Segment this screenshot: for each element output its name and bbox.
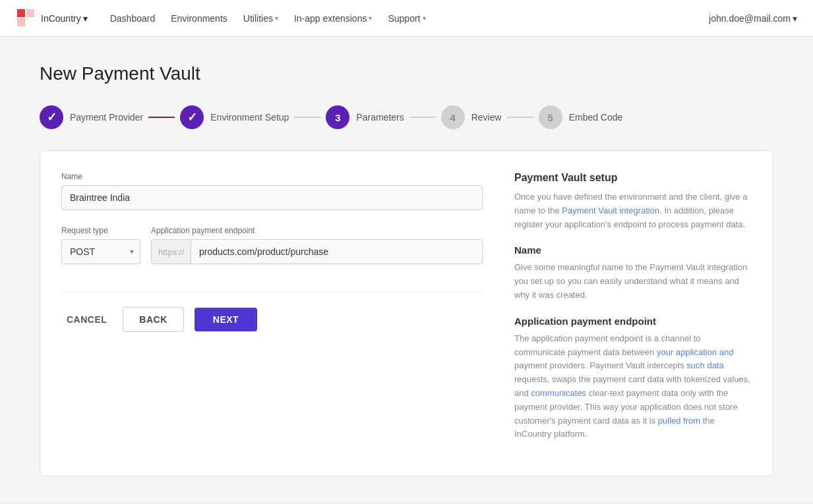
nav-link-environments[interactable]: Environments	[164, 8, 234, 29]
step-5-label: Embed Code	[569, 112, 623, 123]
button-row: CANCEL BACK NEXT	[61, 291, 483, 332]
stepper: Payment Provider Environment Setup 3 Par…	[40, 105, 773, 129]
step-environment-setup[interactable]: Environment Setup	[180, 105, 289, 129]
help-link-5: pulled from	[658, 416, 700, 426]
nav-brand-chevron: ▾	[83, 13, 88, 24]
endpoint-label: Application payment endpoint	[151, 226, 483, 235]
svg-rect-0	[17, 9, 25, 17]
request-type-group: Request type GET POST PUT PATCH DELETE	[61, 226, 140, 264]
nav-link-support[interactable]: Support ▾	[381, 8, 432, 29]
endpoint-prefix: https://	[152, 240, 191, 264]
back-button[interactable]: BACK	[123, 307, 183, 332]
step-embed-code[interactable]: 5 Embed Code	[539, 105, 623, 129]
help-link-1: Payment Vault integration	[562, 206, 659, 215]
form-fields: Name Request type GET POST PUT PATCH DEL…	[61, 172, 483, 455]
name-field-group: Name	[61, 172, 483, 210]
endpoint-field-group: Application payment endpoint https://	[151, 226, 483, 264]
endpoint-input[interactable]	[191, 240, 482, 264]
help-panel: Payment Vault setup Once you have define…	[514, 172, 752, 455]
nav-link-inapp[interactable]: In-app extensions ▾	[287, 8, 379, 29]
help-main-text: Once you have defined the environment an…	[514, 190, 752, 231]
step-payment-provider[interactable]: Payment Provider	[40, 105, 143, 129]
step-5-circle: 5	[539, 105, 562, 129]
next-button[interactable]: NEXT	[195, 308, 257, 331]
form-card: Name Request type GET POST PUT PATCH DEL…	[40, 150, 773, 476]
page-title: New Payment Vault	[40, 63, 773, 84]
nav-links: Dashboard Environments Utilities ▾ In-ap…	[104, 8, 693, 29]
name-label: Name	[61, 172, 483, 181]
svg-rect-2	[17, 18, 25, 26]
utilities-chevron-icon: ▾	[275, 14, 278, 22]
nav-link-utilities[interactable]: Utilities ▾	[237, 8, 285, 29]
incountry-logo-icon	[16, 8, 37, 29]
step-3-label: Parameters	[356, 112, 404, 123]
main-content: New Payment Vault Payment Provider Envir…	[0, 37, 813, 503]
request-endpoint-row: Request type GET POST PUT PATCH DELETE A…	[61, 226, 483, 264]
help-link-2: your application and	[657, 347, 733, 357]
name-input[interactable]	[61, 185, 483, 210]
nav-link-dashboard[interactable]: Dashboard	[104, 8, 162, 29]
help-link-4: communicates	[531, 388, 586, 398]
request-type-select-wrapper: GET POST PUT PATCH DELETE	[61, 239, 140, 264]
nav-user-menu[interactable]: john.doe@mail.com ▾	[709, 13, 797, 24]
step-4-label: Review	[471, 112, 502, 123]
step-4-circle: 4	[441, 105, 465, 129]
step-connector-2-3	[294, 117, 320, 118]
nav-logo[interactable]: InCountry ▾	[16, 8, 88, 29]
step-2-circle	[180, 105, 204, 129]
inapp-chevron-icon: ▾	[369, 14, 372, 22]
step-review[interactable]: 4 Review	[441, 105, 502, 129]
navbar: InCountry ▾ Dashboard Environments Utili…	[0, 0, 813, 37]
nav-brand-label[interactable]: InCountry ▾	[41, 13, 88, 24]
help-endpoint-title: Application payment endpoint	[514, 316, 752, 327]
help-name-text: Give some meaningful name to the Payment…	[514, 261, 752, 302]
request-type-select[interactable]: GET POST PUT PATCH DELETE	[61, 239, 140, 264]
step-3-circle: 3	[326, 105, 349, 129]
help-name-title: Name	[514, 244, 752, 256]
step-1-circle	[40, 105, 63, 129]
support-chevron-icon: ▾	[423, 14, 426, 22]
step-connector-1-2	[148, 117, 175, 118]
help-main-title: Payment Vault setup	[514, 172, 752, 184]
step-1-label: Payment Provider	[70, 112, 143, 123]
cancel-button[interactable]: CANCEL	[61, 308, 112, 331]
svg-rect-1	[26, 9, 34, 17]
endpoint-input-row: https://	[151, 239, 483, 264]
step-2-label: Environment Setup	[210, 112, 289, 123]
user-chevron-icon: ▾	[793, 13, 797, 24]
help-endpoint-text: The application payment endpoint is a ch…	[514, 332, 752, 441]
help-link-3: such data	[686, 360, 723, 370]
step-connector-3-4	[409, 117, 436, 118]
request-type-label: Request type	[61, 226, 140, 235]
step-connector-4-5	[507, 117, 533, 118]
step-parameters[interactable]: 3 Parameters	[326, 105, 404, 129]
